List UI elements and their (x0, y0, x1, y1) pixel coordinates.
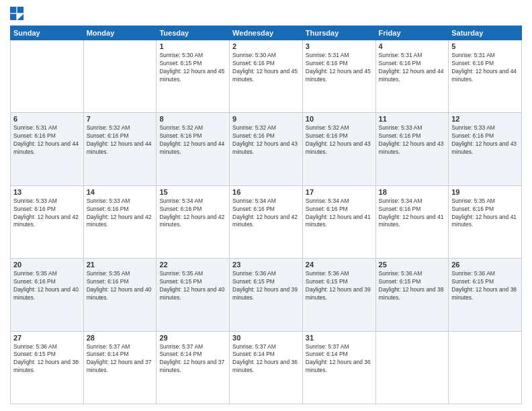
calendar-cell: 4Sunrise: 5:31 AM Sunset: 6:16 PM Daylig… (375, 40, 449, 113)
day-number: 21 (87, 261, 154, 269)
day-info: Sunrise: 5:36 AM Sunset: 6:15 PM Dayligh… (306, 270, 373, 302)
day-number: 31 (306, 334, 373, 342)
calendar-cell: 13Sunrise: 5:33 AM Sunset: 6:16 PM Dayli… (11, 185, 84, 258)
day-number: 10 (306, 115, 373, 123)
weekday-header-sunday: Sunday (11, 26, 84, 40)
day-info: Sunrise: 5:36 AM Sunset: 6:15 PM Dayligh… (451, 270, 519, 302)
day-number: 3 (306, 42, 373, 50)
day-number: 17 (306, 188, 373, 196)
svg-rect-3 (10, 14, 16, 20)
day-number: 30 (232, 334, 300, 342)
day-info: Sunrise: 5:34 AM Sunset: 6:16 PM Dayligh… (232, 197, 300, 230)
day-number: 23 (232, 261, 300, 269)
svg-rect-1 (10, 7, 16, 13)
calendar-cell: 25Sunrise: 5:36 AM Sunset: 6:15 PM Dayli… (375, 259, 449, 331)
calendar-cell: 24Sunrise: 5:36 AM Sunset: 6:15 PM Dayli… (302, 259, 375, 331)
calendar-cell (449, 331, 522, 404)
calendar-cell (83, 40, 157, 113)
day-number: 22 (159, 261, 226, 269)
calendar-cell: 2Sunrise: 5:30 AM Sunset: 6:16 PM Daylig… (230, 40, 303, 113)
calendar-cell: 29Sunrise: 5:37 AM Sunset: 6:14 PM Dayli… (157, 331, 230, 404)
calendar-cell: 9Sunrise: 5:32 AM Sunset: 6:16 PM Daylig… (230, 113, 303, 185)
day-info: Sunrise: 5:32 AM Sunset: 6:16 PM Dayligh… (159, 124, 226, 156)
calendar-cell: 31Sunrise: 5:37 AM Sunset: 6:14 PM Dayli… (302, 331, 375, 404)
day-info: Sunrise: 5:35 AM Sunset: 6:16 PM Dayligh… (13, 270, 81, 302)
day-number: 19 (451, 188, 519, 196)
day-info: Sunrise: 5:30 AM Sunset: 6:15 PM Dayligh… (159, 52, 226, 84)
day-info: Sunrise: 5:34 AM Sunset: 6:16 PM Dayligh… (379, 197, 446, 230)
calendar-cell: 27Sunrise: 5:36 AM Sunset: 6:15 PM Dayli… (11, 331, 84, 404)
calendar-cell: 18Sunrise: 5:34 AM Sunset: 6:16 PM Dayli… (375, 185, 449, 258)
day-info: Sunrise: 5:32 AM Sunset: 6:16 PM Dayligh… (87, 124, 154, 156)
day-number: 11 (379, 115, 446, 123)
day-info: Sunrise: 5:32 AM Sunset: 6:16 PM Dayligh… (232, 124, 300, 156)
weekday-header-monday: Monday (83, 26, 157, 40)
calendar-cell (375, 331, 449, 404)
day-info: Sunrise: 5:37 AM Sunset: 6:14 PM Dayligh… (159, 343, 226, 375)
day-info: Sunrise: 5:36 AM Sunset: 6:15 PM Dayligh… (232, 270, 300, 302)
svg-rect-2 (17, 7, 24, 13)
day-number: 4 (379, 42, 446, 50)
calendar-cell: 5Sunrise: 5:31 AM Sunset: 6:16 PM Daylig… (449, 40, 522, 113)
page: SundayMondayTuesdayWednesdayThursdayFrid… (0, 0, 532, 411)
week-row-3: 13Sunrise: 5:33 AM Sunset: 6:16 PM Dayli… (11, 185, 522, 258)
day-number: 15 (159, 188, 226, 196)
calendar-cell: 17Sunrise: 5:34 AM Sunset: 6:16 PM Dayli… (302, 185, 375, 258)
day-number: 16 (232, 188, 300, 196)
calendar-cell: 6Sunrise: 5:31 AM Sunset: 6:16 PM Daylig… (11, 113, 84, 185)
calendar-cell: 16Sunrise: 5:34 AM Sunset: 6:16 PM Dayli… (230, 185, 303, 258)
calendar-cell: 7Sunrise: 5:32 AM Sunset: 6:16 PM Daylig… (83, 113, 157, 185)
header (10, 7, 522, 20)
day-number: 7 (87, 115, 154, 123)
day-number: 1 (159, 42, 226, 50)
day-number: 29 (159, 334, 226, 342)
day-info: Sunrise: 5:35 AM Sunset: 6:16 PM Dayligh… (451, 197, 519, 230)
weekday-header-tuesday: Tuesday (157, 26, 230, 40)
day-number: 26 (451, 261, 519, 269)
day-info: Sunrise: 5:35 AM Sunset: 6:16 PM Dayligh… (87, 270, 154, 302)
day-number: 14 (87, 188, 154, 196)
calendar-cell: 8Sunrise: 5:32 AM Sunset: 6:16 PM Daylig… (157, 113, 230, 185)
day-number: 28 (87, 334, 154, 342)
calendar-cell: 11Sunrise: 5:33 AM Sunset: 6:16 PM Dayli… (375, 113, 449, 185)
calendar-cell: 19Sunrise: 5:35 AM Sunset: 6:16 PM Dayli… (449, 185, 522, 258)
weekday-header-thursday: Thursday (302, 26, 375, 40)
day-number: 9 (232, 115, 300, 123)
day-number: 6 (13, 115, 81, 123)
day-info: Sunrise: 5:34 AM Sunset: 6:16 PM Dayligh… (159, 197, 226, 230)
calendar-cell: 3Sunrise: 5:31 AM Sunset: 6:16 PM Daylig… (302, 40, 375, 113)
day-info: Sunrise: 5:35 AM Sunset: 6:15 PM Dayligh… (159, 270, 226, 302)
day-info: Sunrise: 5:31 AM Sunset: 6:16 PM Dayligh… (306, 52, 373, 84)
calendar-cell: 28Sunrise: 5:37 AM Sunset: 6:14 PM Dayli… (83, 331, 157, 404)
day-info: Sunrise: 5:32 AM Sunset: 6:16 PM Dayligh… (306, 124, 373, 156)
day-number: 13 (13, 188, 81, 196)
day-number: 27 (13, 334, 81, 342)
day-info: Sunrise: 5:33 AM Sunset: 6:16 PM Dayligh… (87, 197, 154, 230)
week-row-4: 20Sunrise: 5:35 AM Sunset: 6:16 PM Dayli… (11, 259, 522, 331)
calendar-cell: 15Sunrise: 5:34 AM Sunset: 6:16 PM Dayli… (157, 185, 230, 258)
day-number: 20 (13, 261, 81, 269)
calendar: SundayMondayTuesdayWednesdayThursdayFrid… (10, 26, 522, 404)
calendar-cell: 23Sunrise: 5:36 AM Sunset: 6:15 PM Dayli… (230, 259, 303, 331)
calendar-cell: 21Sunrise: 5:35 AM Sunset: 6:16 PM Dayli… (83, 259, 157, 331)
day-number: 24 (306, 261, 373, 269)
calendar-cell: 10Sunrise: 5:32 AM Sunset: 6:16 PM Dayli… (302, 113, 375, 185)
day-info: Sunrise: 5:31 AM Sunset: 6:16 PM Dayligh… (451, 52, 519, 84)
day-number: 12 (451, 115, 519, 123)
day-info: Sunrise: 5:36 AM Sunset: 6:15 PM Dayligh… (379, 270, 446, 302)
weekday-header-saturday: Saturday (449, 26, 522, 40)
weekday-header-wednesday: Wednesday (230, 26, 303, 40)
day-info: Sunrise: 5:37 AM Sunset: 6:14 PM Dayligh… (306, 343, 373, 375)
calendar-cell: 1Sunrise: 5:30 AM Sunset: 6:15 PM Daylig… (157, 40, 230, 113)
calendar-cell: 26Sunrise: 5:36 AM Sunset: 6:15 PM Dayli… (449, 259, 522, 331)
day-info: Sunrise: 5:34 AM Sunset: 6:16 PM Dayligh… (306, 197, 373, 230)
day-info: Sunrise: 5:30 AM Sunset: 6:16 PM Dayligh… (232, 52, 300, 84)
logo (10, 7, 26, 20)
calendar-cell: 12Sunrise: 5:33 AM Sunset: 6:16 PM Dayli… (449, 113, 522, 185)
day-info: Sunrise: 5:33 AM Sunset: 6:16 PM Dayligh… (379, 124, 446, 156)
day-number: 2 (232, 42, 300, 50)
day-info: Sunrise: 5:37 AM Sunset: 6:14 PM Dayligh… (232, 343, 300, 375)
day-info: Sunrise: 5:33 AM Sunset: 6:16 PM Dayligh… (451, 124, 519, 156)
calendar-cell: 22Sunrise: 5:35 AM Sunset: 6:15 PM Dayli… (157, 259, 230, 331)
day-number: 8 (159, 115, 226, 123)
